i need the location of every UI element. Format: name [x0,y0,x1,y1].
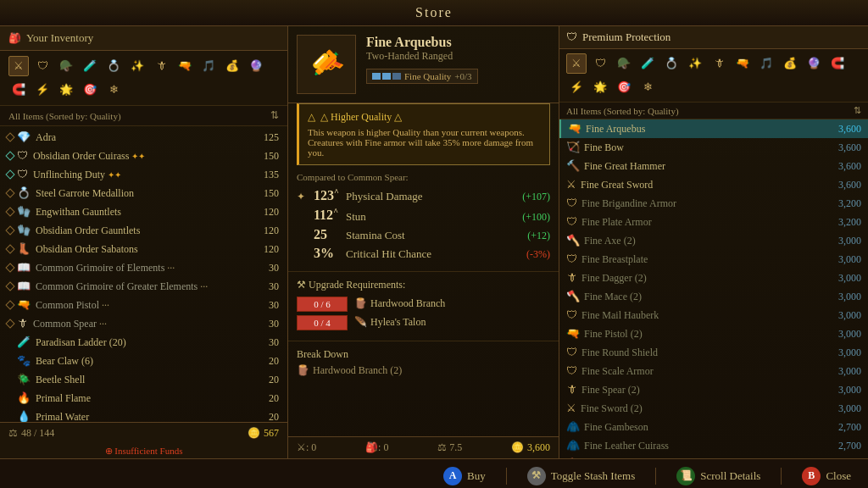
list-item[interactable]: 🛡 Fine Scale Armor 3,000 [559,362,868,380]
item-icon: 💧 [17,410,31,422]
store-cat-dagger[interactable]: 🗡 [709,53,729,74]
list-item[interactable]: 🪲 Beetle Shell 20 [0,370,287,389]
list-item[interactable]: 🪓 Fine Mace (2) 3,000 [559,287,868,306]
cat-icon-all[interactable]: ⚔ [8,56,29,76]
list-item[interactable]: 🧥 Fine Leather Cuirass 2,700 [559,436,868,455]
cat-icon-gun[interactable]: 🔫 [175,56,195,76]
item-value: 20 [249,411,279,423]
list-item[interactable]: 🔫 Fine Arquebus 3,600 [559,119,868,138]
quality-bars [372,73,401,80]
item-icon: 🗡 [17,317,28,330]
list-item[interactable]: 🛡 Unflinching Duty ✦✦ 135 [0,165,287,184]
store-cat-potion[interactable]: 🧪 [637,53,658,74]
store-header: 🛡 Premium Protection [559,26,868,49]
toggle-stash-action[interactable]: ⚒ Toggle Stash Items [527,467,635,485]
store-cat-snowflake[interactable]: ❄ [637,77,658,97]
list-item[interactable]: 🗡 Fine Dagger (2) 3,000 [559,269,868,287]
store-cat-gun[interactable]: 🔫 [732,53,753,74]
divider [655,468,656,485]
item-icon: 💍 [17,186,31,200]
buy-label: Buy [467,469,486,483]
list-item[interactable]: 📖 Common Grimoire of Elements ··· 30 [0,258,287,277]
buy-action[interactable]: A Buy [443,467,486,485]
store-item-icon: 🗡 [566,271,577,285]
store-cat-orb[interactable]: 🔮 [804,53,824,74]
inventory-filter-icon[interactable]: ⇅ [270,109,279,122]
store-cat-target[interactable]: 🎯 [614,77,634,97]
list-item[interactable]: 🔥 Primal Flame 20 [0,389,287,408]
list-item[interactable]: 🧤 Engwithan Gauntlets 120 [0,202,287,221]
store-list[interactable]: 🔫 Fine Arquebus 3,600 🏹 Fine Bow 3,600 🔨… [559,119,868,458]
store-filter-icon[interactable]: ⇅ [854,105,861,116]
store-cat-shield[interactable]: 🛡 [590,53,610,74]
inventory-filter-row: All Items (Sorted by: Quality) ⇅ [0,106,287,126]
store-cat-all[interactable]: ⚔ [566,53,587,74]
list-item[interactable]: 🛡 Obsidian Order Cuirass ✦✦ 150 [0,147,287,165]
item-icon: 👢 [17,242,31,256]
list-item[interactable]: 🛡 Fine Round Shield 3,000 [559,343,868,362]
weapon-image: 🔫 [303,41,349,87]
store-cat-ring[interactable]: 💍 [661,53,682,74]
list-item[interactable]: 🪓 Fine Axe (2) 3,000 [559,231,868,250]
cat-icon-star[interactable]: 🌟 [56,80,76,100]
scroll-details-action[interactable]: 📜 Scroll Details [676,467,760,485]
list-item[interactable]: 🗡 Fine Spear (2) 3,000 [559,380,868,399]
list-item[interactable]: 🔫 Common Pistol ··· 30 [0,296,287,314]
cat-icon-orb[interactable]: 🔮 [246,56,266,76]
cat-icon-dagger[interactable]: 🗡 [151,56,171,76]
store-cat-coin[interactable]: 💰 [780,53,800,74]
list-item[interactable]: 📖 Common Grimoire of Greater Elements ··… [0,277,287,296]
stat-row: ✦ 123^ Physical Damage (+107) [297,187,550,203]
list-item[interactable]: 💎 Adra 125 [0,128,287,147]
quality-badge: Fine Quality +0/3 [366,69,478,84]
weight-display: 🎒: 0 [365,441,388,454]
cat-icon-snowflake[interactable]: ❄ [103,80,124,100]
list-item[interactable]: 🛡 Fine Mail Hauberk 3,000 [559,306,868,324]
store-cat-magic[interactable]: ✨ [685,53,705,74]
list-item[interactable]: 👢 Obsidian Order Sabatons 120 [0,240,287,258]
cat-icon-music[interactable]: 🎵 [198,56,219,76]
cat-icon-helm[interactable]: 🪖 [56,56,76,76]
str-display: ⚔: 0 [297,441,316,454]
item-diamond [5,151,14,160]
list-item[interactable]: ⚔ Fine Great Sword 3,600 [559,175,868,194]
list-item[interactable]: 🗡 Common Spear ··· 30 [0,314,287,333]
store-cat-lightning[interactable]: ⚡ [566,77,587,97]
list-item[interactable]: 🏹 Fine Bow 3,600 [559,138,868,157]
store-item-price: 2,700 [823,421,861,434]
item-icon: 🐾 [17,354,31,368]
list-item[interactable]: 🐾 Bear Claw (6) 20 [0,352,287,370]
store-cat-music[interactable]: 🎵 [756,53,776,74]
item-name: Common Pistol ··· [36,299,244,312]
list-item[interactable]: 💍 Steel Garrote Medallion 150 [0,184,287,202]
cat-icon-coin[interactable]: 💰 [222,56,242,76]
coin-icon: 🪙 [511,441,524,454]
store-item-price: 180 [823,458,861,459]
store-item-icon: ⚔ [566,402,576,415]
list-item[interactable]: 🔫 Fine Pistol (2) 3,000 [559,324,868,343]
cat-icon-target[interactable]: 🎯 [80,80,100,100]
list-item[interactable]: 🛡 Fine Brigandine Armor 3,200 [559,194,868,213]
list-item[interactable]: ⚔ Fine Sword (2) 3,000 [559,399,868,418]
list-item[interactable]: 🔨 Fine Great Hammer 3,600 [559,157,868,175]
cat-icon-potion[interactable]: 🧪 [80,56,100,76]
list-item[interactable]: 🧥 Fine Gambeson 2,700 [559,418,868,436]
inventory-list[interactable]: 💎 Adra 125 🛡 Obsidian Order Cuirass ✦✦ 1… [0,126,287,422]
list-item[interactable]: 🧪 Paradisan Ladder (20) 30 [0,333,287,352]
cat-icon-magic[interactable]: ✨ [127,56,147,76]
store-cat-star[interactable]: 🌟 [590,77,610,97]
list-item[interactable]: 🛡 Fine Breastplate 3,000 [559,250,868,269]
cat-icon-ring[interactable]: 💍 [103,56,124,76]
list-item[interactable]: 🧤 Obsidian Order Gauntlets 120 [0,221,287,240]
list-item[interactable]: 💧 Primal Water 20 [0,408,287,422]
store-cat-magnet[interactable]: 🧲 [827,53,848,74]
list-item[interactable]: 🪓 Common Great Axe 180 [559,455,868,458]
close-action[interactable]: B Close [802,467,851,485]
list-item[interactable]: 🛡 Fine Plate Armor 3,200 [559,213,868,231]
premium-label: Premium Protection [582,30,670,44]
cat-icon-lightning[interactable]: ⚡ [32,80,53,100]
cat-icon-shield[interactable]: 🛡 [32,56,53,76]
upgrade-row-1: 0 / 6 🪵 Hardwood Branch [297,297,550,312]
cat-icon-magnet[interactable]: 🧲 [8,80,29,100]
store-cat-helm[interactable]: 🪖 [614,53,634,74]
